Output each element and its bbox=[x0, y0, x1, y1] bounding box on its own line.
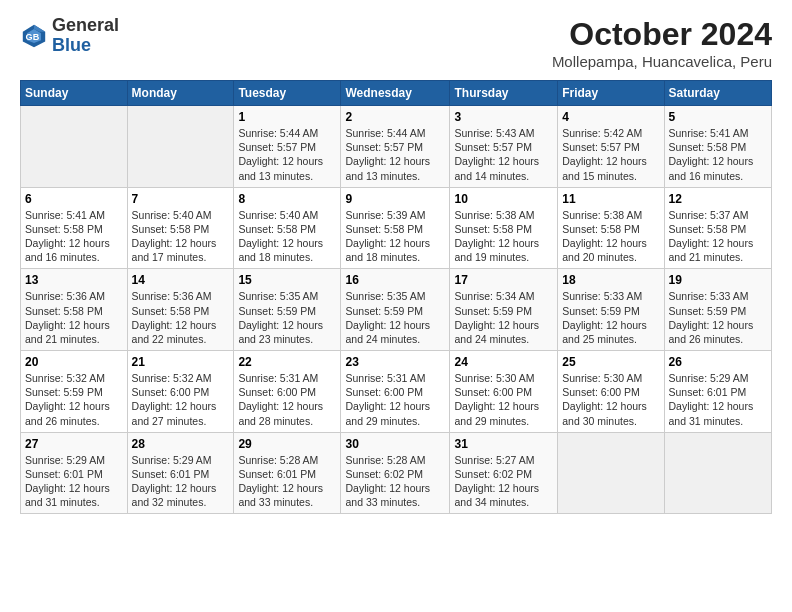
day-number: 12 bbox=[669, 192, 767, 206]
sunset: Sunset: 6:00 PM bbox=[132, 386, 210, 398]
calendar-cell: 20 Sunrise: 5:32 AM Sunset: 5:59 PM Dayl… bbox=[21, 351, 128, 433]
logo-text: General Blue bbox=[52, 16, 119, 56]
day-number: 14 bbox=[132, 273, 230, 287]
sunrise: Sunrise: 5:39 AM bbox=[345, 209, 425, 221]
calendar-cell: 15 Sunrise: 5:35 AM Sunset: 5:59 PM Dayl… bbox=[234, 269, 341, 351]
sunrise: Sunrise: 5:44 AM bbox=[345, 127, 425, 139]
calendar-cell: 27 Sunrise: 5:29 AM Sunset: 6:01 PM Dayl… bbox=[21, 432, 128, 514]
calendar-cell bbox=[664, 432, 771, 514]
sunrise: Sunrise: 5:31 AM bbox=[345, 372, 425, 384]
calendar-cell: 31 Sunrise: 5:27 AM Sunset: 6:02 PM Dayl… bbox=[450, 432, 558, 514]
day-info: Sunrise: 5:40 AM Sunset: 5:58 PM Dayligh… bbox=[132, 208, 230, 265]
calendar-cell: 3 Sunrise: 5:43 AM Sunset: 5:57 PM Dayli… bbox=[450, 106, 558, 188]
day-info: Sunrise: 5:30 AM Sunset: 6:00 PM Dayligh… bbox=[562, 371, 659, 428]
daylight: Daylight: 12 hours and 20 minutes. bbox=[562, 237, 647, 263]
sunset: Sunset: 6:00 PM bbox=[345, 386, 423, 398]
daylight: Daylight: 12 hours and 13 minutes. bbox=[238, 155, 323, 181]
sunrise: Sunrise: 5:33 AM bbox=[562, 290, 642, 302]
sunset: Sunset: 6:02 PM bbox=[345, 468, 423, 480]
calendar-cell: 22 Sunrise: 5:31 AM Sunset: 6:00 PM Dayl… bbox=[234, 351, 341, 433]
calendar-cell: 8 Sunrise: 5:40 AM Sunset: 5:58 PM Dayli… bbox=[234, 187, 341, 269]
calendar-cell: 14 Sunrise: 5:36 AM Sunset: 5:58 PM Dayl… bbox=[127, 269, 234, 351]
calendar-cell: 24 Sunrise: 5:30 AM Sunset: 6:00 PM Dayl… bbox=[450, 351, 558, 433]
sunset: Sunset: 5:59 PM bbox=[345, 305, 423, 317]
sunrise: Sunrise: 5:44 AM bbox=[238, 127, 318, 139]
sunrise: Sunrise: 5:27 AM bbox=[454, 454, 534, 466]
day-info: Sunrise: 5:29 AM Sunset: 6:01 PM Dayligh… bbox=[25, 453, 123, 510]
day-info: Sunrise: 5:28 AM Sunset: 6:01 PM Dayligh… bbox=[238, 453, 336, 510]
sunrise: Sunrise: 5:28 AM bbox=[238, 454, 318, 466]
sunset: Sunset: 5:59 PM bbox=[238, 305, 316, 317]
day-number: 18 bbox=[562, 273, 659, 287]
daylight: Daylight: 12 hours and 30 minutes. bbox=[562, 400, 647, 426]
day-number: 29 bbox=[238, 437, 336, 451]
day-info: Sunrise: 5:42 AM Sunset: 5:57 PM Dayligh… bbox=[562, 126, 659, 183]
day-number: 28 bbox=[132, 437, 230, 451]
col-thursday: Thursday bbox=[450, 81, 558, 106]
day-number: 20 bbox=[25, 355, 123, 369]
sunrise: Sunrise: 5:31 AM bbox=[238, 372, 318, 384]
day-number: 27 bbox=[25, 437, 123, 451]
daylight: Daylight: 12 hours and 29 minutes. bbox=[345, 400, 430, 426]
day-number: 31 bbox=[454, 437, 553, 451]
sunset: Sunset: 5:57 PM bbox=[345, 141, 423, 153]
day-number: 6 bbox=[25, 192, 123, 206]
day-info: Sunrise: 5:40 AM Sunset: 5:58 PM Dayligh… bbox=[238, 208, 336, 265]
calendar-cell: 1 Sunrise: 5:44 AM Sunset: 5:57 PM Dayli… bbox=[234, 106, 341, 188]
calendar-cell: 9 Sunrise: 5:39 AM Sunset: 5:58 PM Dayli… bbox=[341, 187, 450, 269]
daylight: Daylight: 12 hours and 33 minutes. bbox=[238, 482, 323, 508]
day-number: 24 bbox=[454, 355, 553, 369]
daylight: Daylight: 12 hours and 24 minutes. bbox=[454, 319, 539, 345]
day-number: 22 bbox=[238, 355, 336, 369]
calendar-cell: 26 Sunrise: 5:29 AM Sunset: 6:01 PM Dayl… bbox=[664, 351, 771, 433]
sunrise: Sunrise: 5:43 AM bbox=[454, 127, 534, 139]
header-row: Sunday Monday Tuesday Wednesday Thursday… bbox=[21, 81, 772, 106]
sunset: Sunset: 6:00 PM bbox=[454, 386, 532, 398]
day-info: Sunrise: 5:33 AM Sunset: 5:59 PM Dayligh… bbox=[669, 289, 767, 346]
week-row: 13 Sunrise: 5:36 AM Sunset: 5:58 PM Dayl… bbox=[21, 269, 772, 351]
day-info: Sunrise: 5:29 AM Sunset: 6:01 PM Dayligh… bbox=[669, 371, 767, 428]
day-info: Sunrise: 5:35 AM Sunset: 5:59 PM Dayligh… bbox=[238, 289, 336, 346]
header: GB General Blue October 2024 Mollepampa,… bbox=[20, 16, 772, 70]
sunrise: Sunrise: 5:28 AM bbox=[345, 454, 425, 466]
logo-general: General bbox=[52, 16, 119, 36]
sunset: Sunset: 5:57 PM bbox=[454, 141, 532, 153]
day-info: Sunrise: 5:44 AM Sunset: 5:57 PM Dayligh… bbox=[345, 126, 445, 183]
logo: GB General Blue bbox=[20, 16, 119, 56]
daylight: Daylight: 12 hours and 17 minutes. bbox=[132, 237, 217, 263]
sunrise: Sunrise: 5:32 AM bbox=[132, 372, 212, 384]
logo-blue: Blue bbox=[52, 36, 119, 56]
day-info: Sunrise: 5:43 AM Sunset: 5:57 PM Dayligh… bbox=[454, 126, 553, 183]
calendar-cell: 13 Sunrise: 5:36 AM Sunset: 5:58 PM Dayl… bbox=[21, 269, 128, 351]
day-info: Sunrise: 5:36 AM Sunset: 5:58 PM Dayligh… bbox=[132, 289, 230, 346]
col-friday: Friday bbox=[558, 81, 664, 106]
day-info: Sunrise: 5:41 AM Sunset: 5:58 PM Dayligh… bbox=[669, 126, 767, 183]
sunset: Sunset: 6:01 PM bbox=[132, 468, 210, 480]
daylight: Daylight: 12 hours and 27 minutes. bbox=[132, 400, 217, 426]
daylight: Daylight: 12 hours and 15 minutes. bbox=[562, 155, 647, 181]
sunset: Sunset: 5:59 PM bbox=[25, 386, 103, 398]
daylight: Daylight: 12 hours and 18 minutes. bbox=[345, 237, 430, 263]
sunset: Sunset: 5:58 PM bbox=[25, 223, 103, 235]
sunset: Sunset: 5:58 PM bbox=[669, 141, 747, 153]
daylight: Daylight: 12 hours and 18 minutes. bbox=[238, 237, 323, 263]
title-block: October 2024 Mollepampa, Huancavelica, P… bbox=[552, 16, 772, 70]
day-number: 1 bbox=[238, 110, 336, 124]
sunrise: Sunrise: 5:40 AM bbox=[238, 209, 318, 221]
daylight: Daylight: 12 hours and 24 minutes. bbox=[345, 319, 430, 345]
day-info: Sunrise: 5:37 AM Sunset: 5:58 PM Dayligh… bbox=[669, 208, 767, 265]
daylight: Daylight: 12 hours and 29 minutes. bbox=[454, 400, 539, 426]
calendar-table: Sunday Monday Tuesday Wednesday Thursday… bbox=[20, 80, 772, 514]
day-info: Sunrise: 5:29 AM Sunset: 6:01 PM Dayligh… bbox=[132, 453, 230, 510]
calendar-body: 1 Sunrise: 5:44 AM Sunset: 5:57 PM Dayli… bbox=[21, 106, 772, 514]
day-number: 10 bbox=[454, 192, 553, 206]
sunset: Sunset: 5:59 PM bbox=[454, 305, 532, 317]
calendar-cell: 2 Sunrise: 5:44 AM Sunset: 5:57 PM Dayli… bbox=[341, 106, 450, 188]
week-row: 1 Sunrise: 5:44 AM Sunset: 5:57 PM Dayli… bbox=[21, 106, 772, 188]
day-number: 13 bbox=[25, 273, 123, 287]
daylight: Daylight: 12 hours and 21 minutes. bbox=[669, 237, 754, 263]
sunset: Sunset: 6:00 PM bbox=[238, 386, 316, 398]
week-row: 6 Sunrise: 5:41 AM Sunset: 5:58 PM Dayli… bbox=[21, 187, 772, 269]
sunrise: Sunrise: 5:36 AM bbox=[25, 290, 105, 302]
col-sunday: Sunday bbox=[21, 81, 128, 106]
